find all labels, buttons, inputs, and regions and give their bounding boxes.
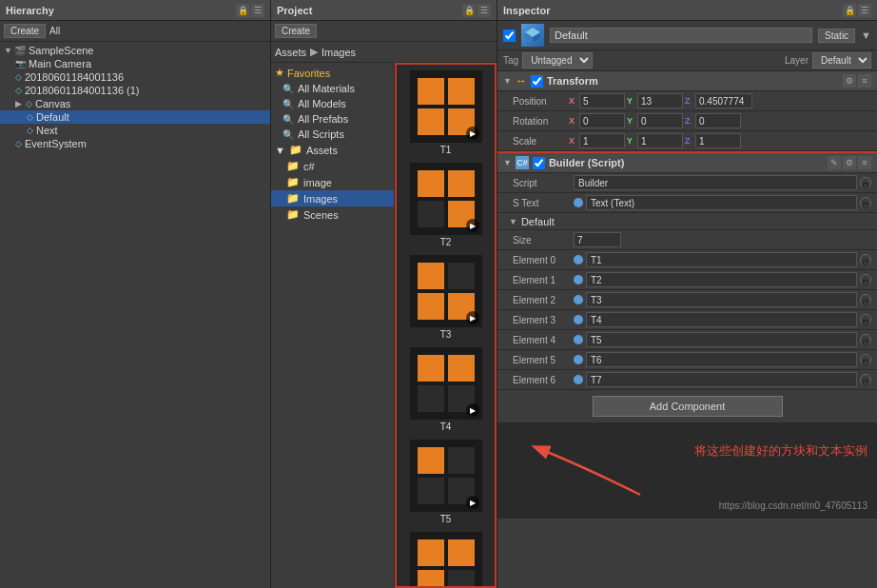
fav-all-prefabs[interactable]: 🔍 All Prefabs xyxy=(271,111,394,127)
rotation-z-input[interactable] xyxy=(695,113,741,128)
rotation-y-input[interactable] xyxy=(637,113,683,128)
size-input[interactable] xyxy=(574,232,621,247)
asset-tile-t4[interactable]: ▶ T4 xyxy=(408,345,484,434)
tag-select[interactable]: Untagged xyxy=(522,52,593,69)
arrow-annotation xyxy=(507,428,678,504)
builder-checkbox[interactable] xyxy=(533,157,545,169)
element-btn-2[interactable]: ○ xyxy=(860,294,871,305)
builder-title: Builder (Script) xyxy=(549,157,824,168)
image-folder-icon: 📁 xyxy=(286,176,300,188)
hierarchy-item-maincamera[interactable]: 📷 Main Camera xyxy=(0,57,270,70)
go-icon-0: ◇ xyxy=(15,72,22,82)
svg-rect-8 xyxy=(418,263,444,289)
position-x-input[interactable] xyxy=(579,93,625,108)
scale-x-input[interactable] xyxy=(579,133,625,148)
hierarchy-item-eventsystem[interactable]: ◇ EventSystem xyxy=(0,137,270,150)
assets-csharp[interactable]: 📁 c# xyxy=(271,158,394,174)
stext-circle-button[interactable]: ○ xyxy=(860,197,871,208)
element-btn-6[interactable]: ○ xyxy=(860,374,871,385)
assets-arrow: ▼ xyxy=(275,145,285,156)
images-folder-icon: 📁 xyxy=(286,192,300,205)
svg-rect-23 xyxy=(448,570,475,588)
element-btn-1[interactable]: ○ xyxy=(860,274,871,285)
play-icon-t2: ▶ xyxy=(466,219,479,232)
builder-edit-icon[interactable]: ✎ xyxy=(828,156,841,169)
hierarchy-item-canvas[interactable]: ▶ ◇ Canvas xyxy=(0,97,270,110)
rotation-x-input[interactable] xyxy=(579,113,625,128)
svg-rect-4 xyxy=(418,170,444,197)
breadcrumb-images[interactable]: Images xyxy=(322,47,356,58)
assets-root[interactable]: ▼ 📁 Assets xyxy=(271,142,394,158)
scale-z-input[interactable] xyxy=(695,133,741,148)
static-dropdown-icon[interactable]: ▼ xyxy=(861,29,871,41)
builder-more-icon[interactable]: ≡ xyxy=(858,156,871,169)
project-header: Project 🔒 ☰ xyxy=(271,0,497,21)
builder-settings-icon[interactable]: ⚙ xyxy=(843,156,856,169)
hierarchy-item-default[interactable]: ◇ Default xyxy=(0,110,270,124)
hierarchy-create-button[interactable]: Create xyxy=(4,24,46,38)
hierarchy-title: Hierarchy xyxy=(6,5,54,16)
asset-tile-t3[interactable]: ▶ T3 xyxy=(408,253,484,342)
hierarchy-all-button[interactable]: All xyxy=(49,26,60,36)
hierarchy-item-go0[interactable]: ◇ 20180601184001136 xyxy=(0,70,270,84)
position-y-input[interactable] xyxy=(637,93,683,108)
element-btn-4[interactable]: ○ xyxy=(860,334,871,345)
fav-all-models[interactable]: 🔍 All Models xyxy=(271,96,394,111)
element-btn-5[interactable]: ○ xyxy=(860,354,871,365)
layer-select[interactable]: Default xyxy=(812,52,871,69)
tag-label: Tag xyxy=(503,55,518,66)
annotation-text: 将这些创建好的方块和文本实例 xyxy=(694,442,867,460)
transform-settings-icon[interactable]: ⚙ xyxy=(843,74,856,88)
assets-scenes[interactable]: 📁 Scenes xyxy=(271,206,394,223)
position-z-input[interactable] xyxy=(695,93,752,108)
inspector-menu-icon[interactable]: ☰ xyxy=(858,4,871,17)
hierarchy-item-go1[interactable]: ◇ 20180601184001136 (1) xyxy=(0,84,270,97)
inspector-title: Inspector xyxy=(503,5,551,16)
script-circle-button[interactable]: ○ xyxy=(860,177,871,188)
element-val-0: T1 xyxy=(586,252,857,267)
scale-row: Scale X Y Z xyxy=(497,131,877,151)
hierarchy-item-next[interactable]: ◇ Next xyxy=(0,124,270,137)
go-name-input[interactable] xyxy=(550,28,812,43)
scale-y-input[interactable] xyxy=(637,133,683,148)
static-button[interactable]: Static xyxy=(818,29,855,43)
project-menu-icon[interactable]: ☰ xyxy=(477,4,491,17)
element-dot-1 xyxy=(574,275,583,284)
transform-component-header[interactable]: ▼ ↔ Transform ⚙ ≡ xyxy=(497,71,877,91)
tree-item-label: Default xyxy=(36,111,69,123)
breadcrumb-assets[interactable]: Assets xyxy=(275,47,306,58)
element-btn-3[interactable]: ○ xyxy=(860,314,871,325)
assets-images[interactable]: 📁 Images xyxy=(271,190,394,206)
asset-tile-t2[interactable]: ▶ T2 xyxy=(408,161,484,249)
builder-component-header[interactable]: ▼ C# Builder (Script) ✎ ⚙ ≡ xyxy=(497,151,877,173)
transform-arrow: ▼ xyxy=(503,76,512,86)
element-val-6: T7 xyxy=(586,372,857,387)
fav-all-materials[interactable]: 🔍 All Materials xyxy=(271,81,394,96)
text-dot-icon xyxy=(574,198,583,207)
hierarchy-scene-item[interactable]: ▼ 🎬 SampleScene xyxy=(0,44,270,57)
scale-y-axis: Y xyxy=(627,136,636,146)
project-create-button[interactable]: Create xyxy=(275,24,317,38)
hierarchy-menu-icon[interactable]: ☰ xyxy=(251,4,264,17)
svg-rect-18 xyxy=(418,478,444,504)
assets-image[interactable]: 📁 image xyxy=(271,174,394,190)
asset-tile-t5[interactable]: ▶ T5 xyxy=(408,438,484,526)
tile-label-t2: T2 xyxy=(440,237,452,247)
transform-more-icon[interactable]: ≡ xyxy=(858,74,871,88)
transform-checkbox[interactable] xyxy=(531,75,543,88)
stext-label: S Text xyxy=(513,198,570,208)
asset-tile-t6[interactable]: ▶ T6 xyxy=(408,530,484,588)
canvas-arrow: ▶ xyxy=(15,99,23,108)
inspector-lock-icon[interactable]: 🔒 xyxy=(843,4,856,17)
go-active-checkbox[interactable] xyxy=(503,29,516,42)
project-lock-icon[interactable]: 🔒 xyxy=(462,4,476,17)
script-row: Script Builder ○ xyxy=(497,173,877,193)
asset-tile-t1[interactable]: ▶ T1 xyxy=(408,69,484,157)
fav-all-scripts[interactable]: 🔍 All Scripts xyxy=(271,127,394,142)
element-dot-6 xyxy=(574,375,583,384)
hierarchy-lock-icon[interactable]: 🔒 xyxy=(236,4,249,17)
add-component-button[interactable]: Add Component xyxy=(593,396,783,417)
element-btn-0[interactable]: ○ xyxy=(860,254,871,265)
transform-title: Transform xyxy=(547,75,839,87)
search-icon-prefabs: 🔍 xyxy=(283,114,294,125)
